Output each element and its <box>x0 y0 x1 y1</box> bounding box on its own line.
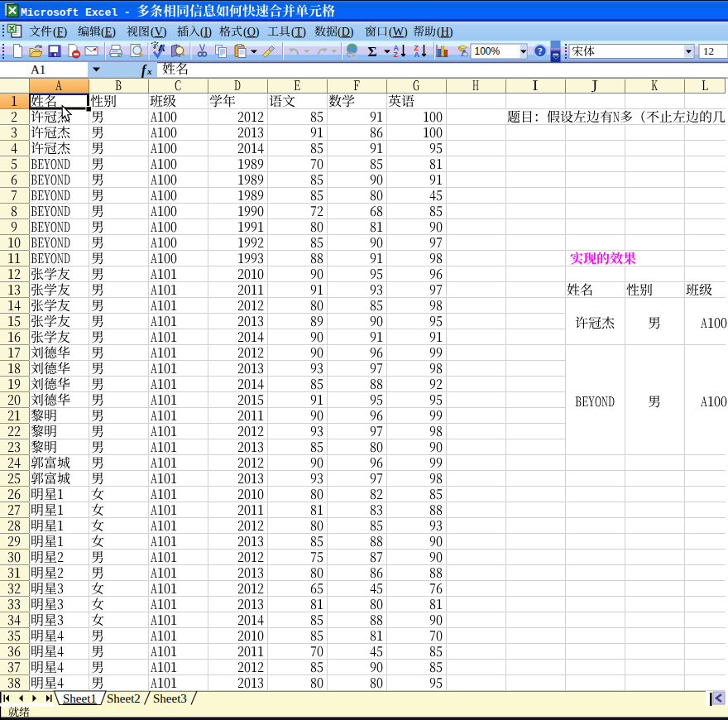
svg-text:(E): (E) <box>101 26 116 39</box>
svg-text:(W): (W) <box>389 26 408 39</box>
svg-text:(T): (T) <box>291 26 306 39</box>
svg-text:Sheet3: Sheet3 <box>153 692 187 705</box>
svg-text:Sheet2: Sheet2 <box>107 692 141 705</box>
svg-text:Microsoft Excel -: Microsoft Excel - <box>21 7 136 19</box>
svg-text:Z: Z <box>394 50 399 59</box>
svg-text:(D): (D) <box>338 26 354 39</box>
svg-text:(H): (H) <box>437 26 453 39</box>
svg-text:12: 12 <box>703 45 714 57</box>
svg-text:(I): (I) <box>200 26 212 39</box>
svg-text:?: ? <box>538 46 543 56</box>
svg-text:x: x <box>146 66 152 76</box>
svg-text:A1: A1 <box>31 63 46 76</box>
svg-text:(F): (F) <box>53 26 67 39</box>
svg-text:(O): (O) <box>243 26 260 39</box>
svg-text:(V): (V) <box>151 26 167 39</box>
svg-text:Σ: Σ <box>368 44 377 60</box>
svg-text:A: A <box>414 50 420 59</box>
svg-text:Sheet1: Sheet1 <box>63 692 97 705</box>
svg-text:100%: 100% <box>475 46 500 57</box>
